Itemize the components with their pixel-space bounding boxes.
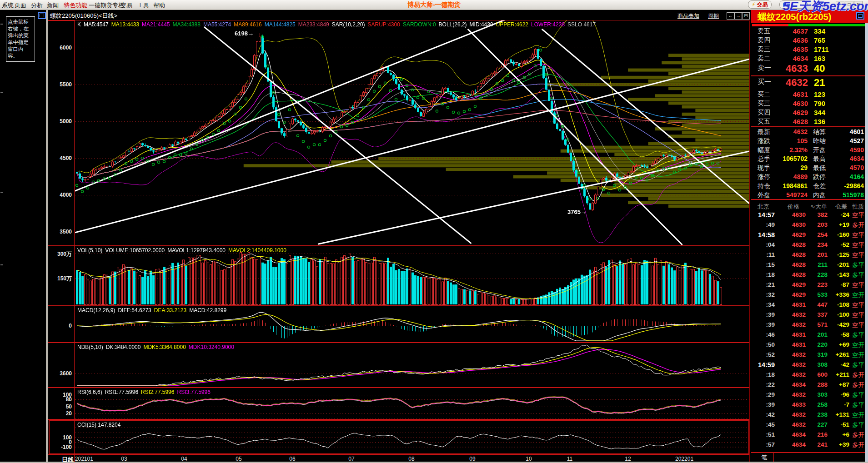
tick-price: 4629 (778, 291, 806, 298)
ob-volume: 136 (814, 118, 846, 125)
menu-item-3[interactable]: 分析 (31, 1, 43, 10)
sidebar-splitter[interactable] (46, 10, 48, 463)
x-axis-label: 06 (289, 456, 295, 462)
ob-level-label: 卖四 (758, 36, 770, 45)
ob-price: 4630 (776, 100, 808, 107)
tab-tick[interactable]: 笔 (755, 453, 774, 463)
tick-volume: 382 (806, 211, 828, 218)
tick-time: :39 (766, 401, 775, 408)
restore-window-icon[interactable] (38, 12, 46, 19)
x-axis-label: 09 (469, 456, 475, 462)
buy-row-4[interactable]: 买四4629344 (751, 109, 868, 118)
period-link[interactable]: 周期 (708, 12, 719, 20)
prev-icon[interactable]: ← (727, 12, 734, 20)
tick-time: :49 (766, 221, 775, 228)
indicator-value: RSI1:77.5996 (105, 389, 138, 395)
stat-value: 1065702 (772, 155, 808, 162)
x-axis-label: 03 (121, 456, 127, 462)
sell-row-4[interactable]: 卖四4636765 (751, 36, 868, 45)
tick-type: 多开 (852, 371, 864, 379)
main-candlestick-chart[interactable] (75, 20, 749, 245)
tick-oi-diff: +19 (828, 221, 849, 228)
macd-axis-label: 0 (48, 323, 72, 329)
x-axis-label: 12 (625, 456, 631, 462)
tick-header-col: 北京 (758, 203, 769, 211)
tick-volume: 203 (806, 221, 828, 228)
ob-price: 4634 (776, 55, 808, 62)
menu-item-7[interactable]: 交易 (120, 1, 132, 10)
menu-item-9[interactable]: 帮助 (153, 1, 165, 10)
tick-type: 多平 (852, 331, 864, 339)
ob-volume: 1711 (814, 45, 846, 53)
sell-row-3[interactable]: 卖三46351711 (751, 45, 868, 55)
sell-row-5[interactable]: 卖五4637334 (751, 27, 868, 36)
tick-type: 空平 (852, 321, 864, 329)
tick-volume: 288 (806, 381, 828, 388)
tick-time: :29 (766, 391, 775, 398)
tick-time: :46 (766, 331, 775, 338)
menu-item-6[interactable]: 一德期货专栏 (89, 1, 124, 10)
tick-price: 4632 (778, 411, 806, 418)
stat-value: 549724 (772, 191, 808, 199)
menu-item-4[interactable]: 新闻 (47, 1, 59, 10)
app-title: 博易大师-一德期货 (407, 1, 461, 9)
buy-row-2[interactable]: 买二4631123 (751, 90, 868, 100)
sell-row-2[interactable]: 卖二4634163 (751, 55, 868, 64)
ob-volume: 123 (814, 90, 846, 98)
tick-type: 空平 (852, 301, 864, 309)
tick-price: 4630 (778, 221, 806, 228)
indicator-value: BOLL(26,2) (439, 21, 467, 28)
overlay-commodity-link[interactable]: 商品叠加 (677, 12, 699, 20)
stat-value: 2.32% (772, 146, 808, 154)
tick-oi-diff: -429 (828, 321, 849, 328)
menu-item-8[interactable]: 工具 (137, 1, 149, 10)
tick-oi-diff: -51 (828, 421, 849, 428)
scrollbar[interactable] (865, 23, 868, 462)
tick-row: :184632600+211多开 (751, 371, 868, 381)
vol-axis-label: 150万 (48, 275, 72, 283)
split-view-icon[interactable]: ⊟ (742, 12, 750, 20)
price-axis-label: 4500 (48, 155, 72, 161)
indicator-value: MID:4430 (470, 21, 493, 28)
menu-item-1[interactable]: 系统 (2, 1, 14, 10)
tick-volume: 447 (806, 301, 828, 308)
trade-button[interactable]: ⚡ 交易 (748, 0, 772, 9)
menu-item-5[interactable]: 特色功能 (64, 1, 87, 10)
high-annotation: 6198→ (213, 30, 254, 37)
sell-row-1[interactable]: 卖一463340 (751, 64, 868, 75)
volume-panel-chart[interactable] (75, 246, 749, 305)
stat-value: 4164 (828, 173, 864, 180)
buy-row-1[interactable]: 买一463221 (751, 78, 868, 90)
tick-oi-diff: -96 (828, 391, 849, 398)
tick-volume: 211 (806, 261, 828, 268)
indicator-value: SARDOWN:0 (403, 21, 436, 28)
indicator-value: MACD:42.8299 (189, 307, 226, 314)
ob-price: 4628 (776, 118, 808, 125)
menu-item-2[interactable]: 页面 (15, 1, 26, 10)
indicator-value: MA13:4433 (111, 21, 139, 28)
ndb-axis-label: 3600 (48, 370, 72, 377)
indicator-value: MA89:4616 (234, 21, 261, 28)
x-axis-label: 07 (348, 456, 354, 462)
stat-label: 总手 (758, 155, 770, 163)
stat-value: 4889 (772, 173, 808, 180)
tick-volume: 238 (806, 411, 828, 418)
tick-oi-diff: -42 (828, 361, 849, 368)
buy-row-5[interactable]: 买五4628136 (751, 118, 868, 127)
tick-price: 4634 (778, 431, 806, 438)
tick-volume: 258 (806, 401, 828, 408)
ob-level-label: 买三 (758, 100, 770, 108)
tick-volume: 533 (806, 291, 828, 298)
indicator-value: MACD(12,26,9) (77, 307, 115, 314)
tick-volume: 254 (806, 231, 828, 238)
buy-row-3[interactable]: 买三4630790 (751, 100, 868, 109)
tick-row: :574634241+39多开 (751, 441, 868, 451)
indicator-value: DEA:33.2123 (154, 307, 186, 314)
next-icon[interactable]: → (734, 12, 742, 20)
quote-panel: 螺纹2205(rb2205) 卖五4637334卖四4636765卖三46351… (751, 10, 868, 463)
tick-row: :394632337-100空平 (751, 311, 868, 321)
tick-volume: 571 (806, 321, 828, 328)
tick-volume: 223 (806, 281, 828, 288)
tick-row: :044628234-52空平 (751, 241, 868, 251)
tick-row: :494630203+19多开 (751, 221, 868, 231)
